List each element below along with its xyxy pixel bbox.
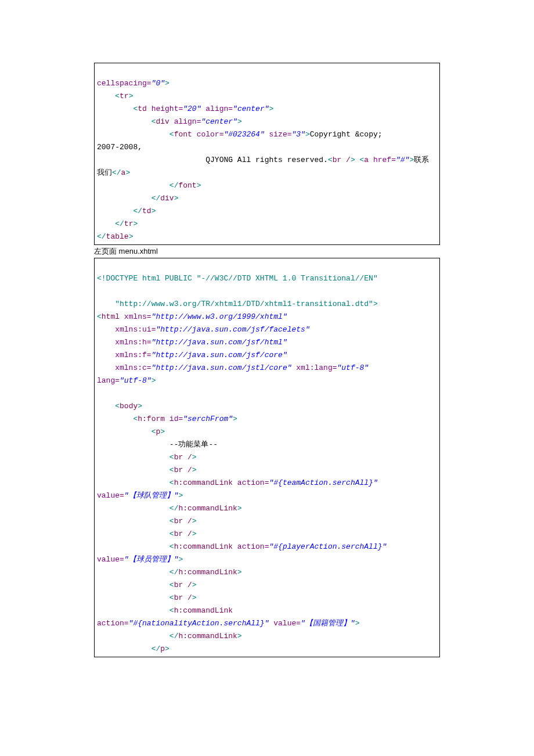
attr-key: id= (165, 415, 183, 423)
tag-open: < (169, 453, 174, 462)
doctype-open: <! (97, 274, 106, 283)
tag-close: > (192, 593, 197, 602)
text: 我们 (97, 168, 112, 177)
tag-open: </ (169, 504, 179, 513)
tag-close: > (237, 504, 242, 513)
attr-val: "【球员管理】" (124, 555, 179, 564)
tag-close: > (237, 632, 242, 640)
tag-name: font (178, 181, 196, 190)
tag-name: h:commandLink (174, 542, 233, 551)
space (355, 156, 360, 164)
tag-close: > (237, 117, 242, 126)
tag-open: </ (97, 232, 106, 241)
tag-close: > (197, 181, 201, 190)
attr-val: "#{nationalityAction.serchAll}" (129, 619, 269, 628)
attr-val: "center" (233, 105, 269, 113)
attr-key: xmlns:h= (97, 338, 151, 347)
tag-open: < (115, 92, 120, 100)
tag-open: </ (115, 219, 124, 228)
attr-val: "http://java.sun.com/jsf/html" (151, 338, 287, 347)
tag-name: div (160, 194, 174, 203)
attr-key: height= (147, 105, 183, 113)
attr-val: "http://www.w3.org/1999/xhtml" (151, 312, 287, 321)
attr-key: xmlns:ui= (97, 325, 156, 334)
tag-name: br / (174, 530, 192, 538)
tag-close: > (192, 581, 197, 589)
attr-val: "【国籍管理】" (301, 619, 355, 628)
tag-close: > (351, 156, 355, 164)
tag-open: </ (151, 194, 161, 203)
attr-key: cellspacing= (97, 79, 151, 88)
attr-val: "http://java.sun.com/jsf/core" (151, 351, 287, 359)
attr-key: value= (97, 555, 124, 564)
attr-val: "http://java.sun.com/jsf/facelets" (156, 325, 309, 334)
attr-val: "#023264" (223, 130, 264, 139)
attr-key: action= (233, 478, 269, 487)
attr-key: color= (192, 130, 224, 139)
tag-name: br / (174, 593, 192, 602)
attr-val: "#" (396, 156, 409, 164)
doctype-close: > (373, 300, 378, 308)
tag-close: > (165, 645, 169, 653)
tag-open: < (169, 530, 174, 538)
caption-text: 左页面 menu.xhtml (94, 245, 440, 258)
attr-val: "utf-8" (120, 376, 151, 385)
tag-name: td (138, 105, 147, 113)
tag-open: </ (169, 181, 179, 190)
tag-close: > (160, 427, 165, 436)
doctype-body: html PUBLIC "-//W3C//DTD XHTML 1.0 Trans… (142, 274, 378, 283)
tag-open: < (115, 402, 120, 411)
text: 2007-2008, (97, 143, 142, 152)
tag-open: < (169, 606, 174, 615)
tag-open: < (169, 130, 174, 139)
attr-key: value= (269, 619, 301, 628)
attr-key: size= (265, 130, 292, 139)
attr-key: xml:lang= (291, 363, 337, 372)
text: QJYONG All rights reserved. (97, 156, 328, 164)
tag-name: h:commandLink (178, 504, 237, 513)
attr-key: lang= (97, 376, 120, 385)
tag-open: < (328, 156, 333, 164)
tag-close: > (269, 105, 274, 113)
tag-open: < (97, 312, 102, 321)
tag-close: > (305, 130, 310, 139)
tag-close: > (138, 402, 142, 411)
tag-name: a (364, 156, 369, 164)
doctype-url: "http://www.w3.org/TR/xhtml1/DTD/xhtml1-… (97, 300, 373, 308)
attr-val: "#{teamAction.serchAll}" (269, 478, 377, 487)
tag-open: </ (151, 645, 161, 653)
text: --功能菜单-- (97, 440, 218, 449)
tag-name: br / (174, 517, 192, 525)
attr-val: "0" (151, 79, 165, 88)
tag-name: h:commandLink (178, 632, 237, 640)
tag-close: > (233, 415, 237, 423)
attr-key: align= (169, 117, 201, 126)
attr-val: "#{playerAction.serchAll}" (269, 542, 387, 551)
tag-open: < (169, 478, 174, 487)
tag-close: > (192, 466, 197, 474)
attr-key: xmlns:c= (97, 363, 151, 372)
tag-close: > (133, 219, 138, 228)
tag-close: > (178, 491, 183, 500)
tag-name: h:commandLink (178, 568, 237, 577)
tag-name: html (102, 312, 120, 321)
attr-key: action= (97, 619, 129, 628)
code-block-1: cellspacing="0"> <tr> <td height="20" al… (94, 63, 440, 245)
tag-name: body (120, 402, 138, 411)
attr-val: "3" (292, 130, 305, 139)
tag-name: br / (333, 156, 351, 164)
tag-open: < (169, 593, 174, 602)
tag-close: > (192, 530, 197, 538)
tag-name: br / (174, 581, 192, 589)
tag-open: </ (169, 568, 179, 577)
attr-val: "serchFrom" (183, 415, 233, 423)
tag-close: > (355, 619, 360, 628)
attr-key: value= (97, 491, 124, 500)
tag-name: td (142, 207, 151, 215)
attr-key: xmlns= (120, 312, 151, 321)
tag-close: > (237, 568, 242, 577)
attr-key: action= (233, 542, 269, 551)
tag-name: h:commandLink (174, 606, 233, 615)
doctype-kw: DOCTYPE (106, 274, 142, 283)
attr-val: "center" (201, 117, 237, 126)
